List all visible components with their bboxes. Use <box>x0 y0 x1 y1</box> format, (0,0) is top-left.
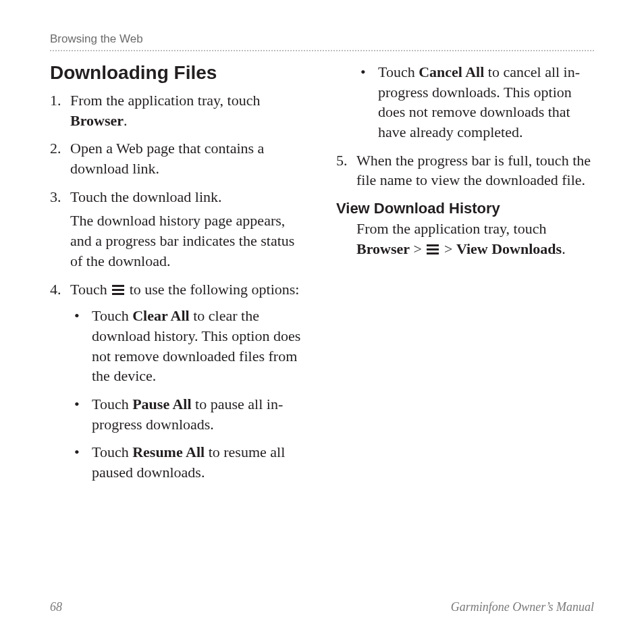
bullet-cancel-all: • Touch Cancel All to cancel all in-prog… <box>356 62 594 142</box>
text: > <box>410 240 425 257</box>
step-body: Open a Web page that contains a download… <box>70 138 308 178</box>
bullet-mark: • <box>70 394 92 434</box>
bold: Clear All <box>132 307 190 324</box>
bold: Browser <box>356 240 410 257</box>
step-4: 4. Touch to use the following options: •… <box>50 279 308 491</box>
bullet-mark: • <box>356 62 378 142</box>
step-5: 5. When the progress bar is full, touch … <box>336 151 594 190</box>
text: > <box>440 240 456 257</box>
steps-list-right: 5. When the progress bar is full, touch … <box>336 151 594 190</box>
text: Open a Web page that contains a download… <box>70 140 264 177</box>
subsection-title: View Download History <box>336 200 594 217</box>
bold: Pause All <box>132 396 191 412</box>
text: From the application tray, touch <box>356 220 546 237</box>
left-column: Downloading Files 1. From the applicatio… <box>50 62 308 499</box>
page-number: 68 <box>50 600 62 614</box>
bullet-body: Touch Clear All to clear the download hi… <box>92 306 308 386</box>
bullet-mark: • <box>70 306 92 386</box>
text: Touch <box>378 63 419 80</box>
step-2: 2. Open a Web page that contains a downl… <box>50 138 308 178</box>
text: Touch <box>70 281 111 298</box>
text: Touch <box>92 396 132 412</box>
step-follow-text: The download history page appears, and a… <box>70 211 308 271</box>
menu-icon <box>112 285 124 295</box>
subsection-body: From the application tray, touch Browser… <box>336 219 594 259</box>
page-footer: 68 Garminfone Owner’s Manual <box>50 600 594 614</box>
text: to use the following options: <box>126 281 299 298</box>
bold: Cancel All <box>419 63 484 80</box>
bold: View Downloads <box>456 240 562 257</box>
step-number: 5. <box>336 151 356 190</box>
bullet-clear-all: • Touch Clear All to clear the download … <box>70 306 308 386</box>
step-number: 1. <box>50 90 70 130</box>
bullet-body: Touch Pause All to pause all in-progress… <box>92 394 308 434</box>
running-header: Browsing the Web <box>50 32 594 51</box>
step-1: 1. From the application tray, touch Brow… <box>50 90 308 130</box>
step-body: Touch to use the following options: • To… <box>70 279 308 491</box>
text: Touch <box>92 444 132 460</box>
bullet-pause-all: • Touch Pause All to pause all in-progre… <box>70 394 308 434</box>
text: . <box>124 112 128 129</box>
options-bullets-left: • Touch Clear All to clear the download … <box>70 306 308 483</box>
step-number: 2. <box>50 138 70 178</box>
bullet-resume-all: • Touch Resume All to resume all paused … <box>70 442 308 482</box>
bullet-body: Touch Resume All to resume all paused do… <box>92 442 308 482</box>
text: . <box>562 240 566 257</box>
manual-title: Garminfone Owner’s Manual <box>451 600 594 614</box>
bullet-body: Touch Cancel All to cancel all in-progre… <box>378 62 594 142</box>
bold: Resume All <box>132 444 205 460</box>
steps-list-left: 1. From the application tray, touch Brow… <box>50 90 308 491</box>
step-body: From the application tray, touch Browser… <box>70 90 308 130</box>
menu-icon <box>427 244 439 254</box>
step-number: 3. <box>50 187 70 271</box>
step-body: Touch the download link. The download hi… <box>70 187 308 271</box>
content-columns: Downloading Files 1. From the applicatio… <box>50 62 594 499</box>
text: Touch <box>92 307 132 324</box>
step-number: 4. <box>50 279 70 491</box>
step-body: When the progress bar is full, touch the… <box>356 151 594 190</box>
bullet-mark: • <box>70 442 92 482</box>
right-column: • Touch Cancel All to cancel all in-prog… <box>336 62 594 499</box>
text: From the application tray, touch <box>70 92 260 109</box>
bold: Browser <box>70 112 124 129</box>
text: Touch the download link. <box>70 188 222 205</box>
manual-page: Browsing the Web Downloading Files 1. Fr… <box>0 0 644 644</box>
section-title: Downloading Files <box>50 62 308 84</box>
options-bullets-right: • Touch Cancel All to cancel all in-prog… <box>336 62 594 142</box>
step-3: 3. Touch the download link. The download… <box>50 187 308 271</box>
